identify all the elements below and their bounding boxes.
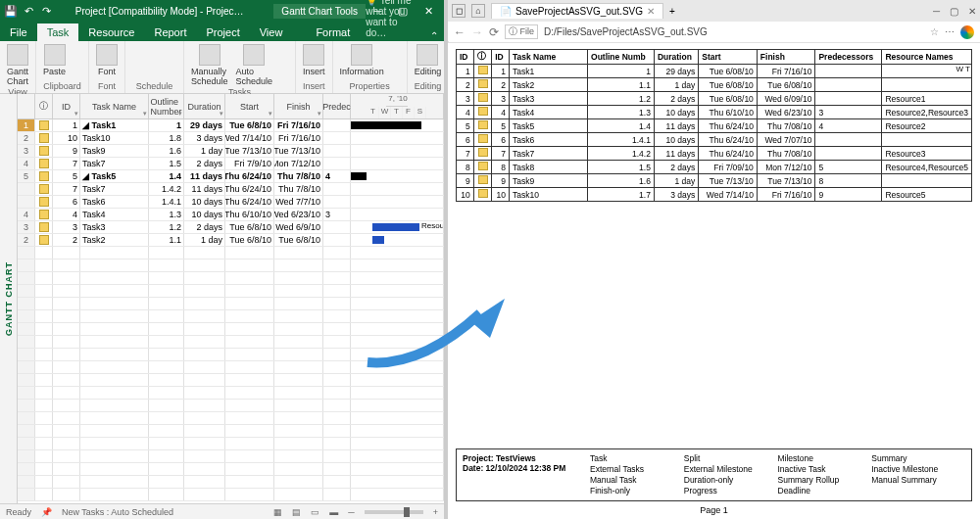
table-row[interactable] [18, 476, 444, 489]
close-tab-icon[interactable]: ✕ [647, 6, 655, 17]
redo-icon[interactable]: ↷ [39, 4, 53, 18]
col-task-name[interactable]: Task Name▾ [80, 94, 149, 118]
col-outline[interactable]: Outline Number▾ [149, 94, 184, 118]
zoom-slider[interactable] [365, 510, 423, 514]
table-row[interactable] [18, 260, 444, 272]
view-shortcut-icon[interactable]: ▬ [329, 507, 338, 517]
table-row[interactable]: 22Task21.11 dayTue 6/8/10Tue 6/8/10 [18, 234, 444, 247]
information-button[interactable]: Information [337, 43, 387, 77]
manual-schedule-button[interactable]: Manually Schedule [188, 43, 231, 87]
copilot-icon[interactable] [960, 25, 974, 39]
inspect-icon[interactable] [277, 43, 291, 53]
table-row[interactable]: 33Task31.22 daysTue 6/8/10Wed 6/9/10Reso… [18, 221, 444, 234]
tab-resource[interactable]: Resource [78, 24, 144, 41]
table-row[interactable] [18, 247, 444, 260]
table-row[interactable] [18, 285, 444, 298]
table-row[interactable] [18, 349, 444, 361]
menu-icon[interactable]: ⋯ [945, 26, 955, 37]
save-icon[interactable]: 💾 [4, 4, 18, 18]
table-row[interactable] [18, 310, 444, 323]
table-row[interactable] [18, 272, 444, 285]
table-row[interactable]: 6Task61.4.110 daysThu 6/24/10Wed 7/7/10 [18, 196, 444, 209]
paste-button[interactable]: Paste [40, 43, 69, 77]
details-icon[interactable] [389, 54, 403, 64]
url-text[interactable]: D:/Files/SaveProjectAsSVG_out.SVG [544, 26, 924, 37]
tell-me[interactable]: 💡 Tell me what you want to do… [360, 0, 424, 41]
close-icon[interactable]: ✕ [968, 6, 976, 17]
col-start[interactable]: Start▾ [225, 94, 274, 118]
view-shortcut-icon[interactable]: ▦ [273, 507, 282, 517]
editing-button[interactable]: Editing [412, 43, 445, 77]
pct-75-icon[interactable] [168, 43, 179, 53]
undo-icon[interactable]: ↶ [22, 4, 35, 18]
table-row[interactable]: 7Task71.4.211 daysThu 6/24/10Thu 7/8/10 [18, 183, 444, 196]
minimize-icon[interactable]: ─ [933, 6, 940, 17]
table-row[interactable]: 47Task71.52 daysFri 7/9/10Mon 7/12/10 [18, 158, 444, 170]
table-row[interactable] [18, 298, 444, 310]
table-row[interactable] [18, 336, 444, 349]
copy-icon[interactable] [71, 54, 84, 64]
col-finish[interactable]: Finish▾ [274, 94, 323, 118]
table-row[interactable]: 55◢ Task51.411 daysThu 6/24/10Thu 7/8/10… [18, 170, 444, 183]
favorite-icon[interactable]: ☆ [930, 26, 939, 37]
back-icon[interactable]: ← [454, 25, 466, 39]
move-icon[interactable] [277, 54, 291, 64]
refresh-icon[interactable]: ⟳ [489, 25, 499, 39]
table-row[interactable]: 210Task101.83 daysWed 7/14/10Fri 7/16/10 [18, 132, 444, 145]
table-row[interactable] [18, 400, 444, 412]
table-row[interactable] [18, 450, 444, 463]
insert-button[interactable]: Insert [300, 43, 328, 77]
new-tab-icon[interactable]: + [669, 6, 675, 17]
view-shortcut-icon[interactable]: ▤ [292, 507, 301, 517]
gantt-chart-button[interactable]: Gantt Chart [4, 43, 31, 87]
mode-icon[interactable] [277, 65, 291, 74]
table-row[interactable]: 11◢ Task1129 daysTue 6/8/10Fri 7/16/10 [18, 119, 444, 132]
inactivate-icon[interactable] [168, 54, 179, 64]
schedule-mode-icon[interactable]: 📌 [41, 507, 52, 517]
tab-format[interactable]: Format [306, 24, 360, 41]
tab-task[interactable]: Task [37, 24, 79, 41]
auto-schedule-button[interactable]: Auto Schedule [233, 43, 276, 87]
link-icon[interactable] [129, 54, 141, 64]
zoom-in-icon[interactable]: + [433, 507, 438, 517]
unlink-icon[interactable] [142, 54, 154, 64]
font-button[interactable]: Font [93, 43, 121, 77]
browser-tab[interactable]: 📄 SaveProjectAsSVG_out.SVG ✕ [491, 3, 663, 19]
table-row[interactable]: 39Task91.61 dayTue 7/13/10Tue 7/13/10 [18, 145, 444, 158]
notes-icon[interactable] [389, 43, 403, 53]
tab-view[interactable]: View [250, 24, 293, 41]
col-info[interactable]: ⓘ [35, 94, 53, 118]
col-duration[interactable]: Duration▾ [184, 94, 225, 118]
timeline-icon[interactable] [389, 65, 403, 74]
profile-icon[interactable]: ◻ [452, 4, 466, 18]
col-pred[interactable]: Predec [323, 94, 351, 118]
table-row[interactable] [18, 463, 444, 476]
table-row[interactable] [18, 361, 444, 374]
respect-links-icon[interactable] [155, 54, 167, 64]
cut-icon[interactable] [71, 43, 84, 53]
pct-0-icon[interactable] [129, 43, 141, 53]
tab-report[interactable]: Report [144, 24, 196, 41]
table-row[interactable] [18, 387, 444, 400]
task-sheet[interactable]: ⓘ ID▾ Task Name▾ Outline Number▾ Duratio… [18, 94, 444, 503]
tool-tab[interactable]: Gantt Chart Tools [273, 4, 366, 19]
tab-file[interactable]: File [0, 24, 37, 41]
collapse-ribbon-icon[interactable]: ⌃ [424, 30, 444, 41]
col-id[interactable]: ID▾ [53, 94, 80, 118]
format-painter-icon[interactable] [71, 65, 84, 74]
forward-icon[interactable]: → [471, 25, 483, 39]
table-row[interactable] [18, 438, 444, 450]
tab-project[interactable]: Project [196, 24, 249, 41]
pct-50-icon[interactable] [155, 43, 167, 53]
table-row[interactable] [18, 374, 444, 387]
table-row[interactable]: 44Task41.310 daysThu 6/10/10Wed 6/23/103 [18, 209, 444, 221]
table-row[interactable] [18, 489, 444, 501]
zoom-out-icon[interactable]: ─ [348, 507, 354, 517]
table-row[interactable] [18, 412, 444, 425]
home-icon[interactable]: ⌂ [471, 4, 485, 18]
view-shortcut-icon[interactable]: ▭ [311, 507, 319, 517]
pct-25-icon[interactable] [142, 43, 154, 53]
maximize-icon[interactable]: ▢ [950, 6, 958, 17]
table-row[interactable] [18, 323, 444, 336]
table-row[interactable] [18, 425, 444, 438]
